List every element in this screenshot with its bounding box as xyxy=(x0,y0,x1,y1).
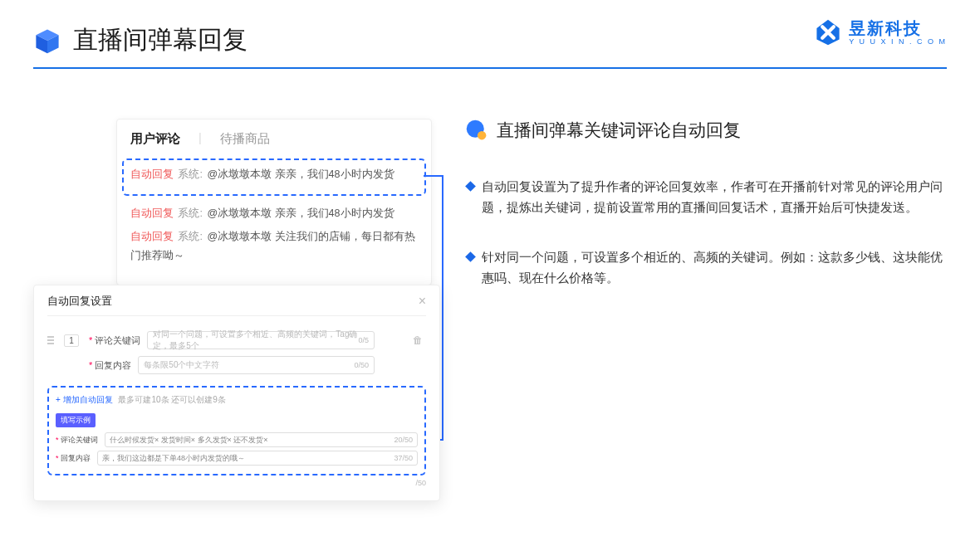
page-header: 直播间弹幕回复 昱新科技 Y U U X I N . C O M xyxy=(0,0,980,67)
bullet-1: 自动回复设置为了提升作者的评论回复效率，作者可在开播前针对常见的评论用户问题，提… xyxy=(465,177,947,219)
autoreply-settings-modal: 自动回复设置 × 1 评论关键词 对同一个问题，可设置多个相近、高频的关键词，T… xyxy=(33,285,440,501)
description-panel: 直播间弹幕关键词评论自动回复 自动回复设置为了提升作者的评论回复效率，作者可在开… xyxy=(465,119,947,318)
add-reply-link[interactable]: + 增加自动回复 最多可建10条 还可以创建9条 xyxy=(56,394,418,406)
page-title: 直播间弹幕回复 xyxy=(73,23,247,57)
tab-goods[interactable]: 待播商品 xyxy=(220,131,270,147)
logo-en: Y U U X I N . C O M xyxy=(849,38,947,46)
example-reply-row: 回复内容 亲，我们这边都是下单48小时内发货的哦～ 37/50 xyxy=(56,451,418,466)
right-heading: 直播间弹幕关键词评论自动回复 xyxy=(465,119,947,142)
reply-row: 回复内容 每条限50个中文字符 0/50 xyxy=(47,356,426,374)
bullet-list: 自动回复设置为了提升作者的评论回复效率，作者可在开播前针对常见的评论用户问题，提… xyxy=(465,177,947,290)
example-box: + 增加自动回复 最多可建10条 还可以创建9条 填写示例 评论关键词 什么时候… xyxy=(47,386,426,475)
svg-point-4 xyxy=(478,131,487,140)
example-keyword-input[interactable]: 什么时候发货× 发货时间× 多久发货× 还不发货× 20/50 xyxy=(105,432,418,447)
keyword-input[interactable]: 对同一个问题，可设置多个相近、高频的关键词，Tag确定，最多5个 0/5 xyxy=(147,331,375,349)
comments-card: 用户评论 | 待播商品 自动回复 系统: @冰墩墩本墩 亲亲，我们48小时内发货… xyxy=(116,119,432,285)
bullet-2: 针对同一个问题，可设置多个相近的、高频的关键词。例如：这款多少钱、这块能优惠吗、… xyxy=(465,247,947,290)
brand-logo: 昱新科技 Y U U X I N . C O M xyxy=(814,18,947,46)
tabs: 用户评论 | 待播商品 xyxy=(130,131,418,147)
index-badge: 1 xyxy=(64,334,79,347)
example-badge: 填写示例 xyxy=(56,413,96,427)
tab-user-comments[interactable]: 用户评论 xyxy=(130,131,180,147)
example-reply-input[interactable]: 亲，我们这边都是下单48小时内发货的哦～ 37/50 xyxy=(97,451,418,466)
keyword-label: 评论关键词 xyxy=(89,334,140,347)
screenshots-area: 用户评论 | 待播商品 自动回复 系统: @冰墩墩本墩 亲亲，我们48小时内发货… xyxy=(33,119,432,517)
logo-cn: 昱新科技 xyxy=(849,20,947,37)
cube-icon xyxy=(33,27,61,55)
footer-count: /50 xyxy=(47,479,426,487)
section-title: 直播间弹幕关键词评论自动回复 xyxy=(497,119,741,142)
drag-handle[interactable] xyxy=(47,336,54,344)
example-keyword-row: 评论关键词 什么时候发货× 发货时间× 多久发货× 还不发货× 20/50 xyxy=(56,432,418,447)
highlighted-comment: 自动回复 系统: @冰墩墩本墩 亲亲，我们48小时内发货 xyxy=(122,158,426,196)
tab-divider: | xyxy=(198,131,202,147)
comment-1: 自动回复 系统: @冰墩墩本墩 亲亲，我们48小时内发货 xyxy=(130,165,418,184)
modal-title: 自动回复设置 xyxy=(47,294,112,309)
reply-input[interactable]: 每条限50个中文字符 0/50 xyxy=(138,356,375,374)
comment-3: 自动回复 系统: @冰墩墩本墩 关注我们的店铺，每日都有热门推荐呦～ xyxy=(130,227,418,265)
comment-2: 自动回复 系统: @冰墩墩本墩 亲亲，我们48小时内发货 xyxy=(130,204,418,223)
logo-x-icon xyxy=(814,18,842,46)
close-icon[interactable]: × xyxy=(419,294,426,309)
reply-label: 回复内容 xyxy=(89,359,131,372)
trash-icon[interactable]: 🗑 xyxy=(413,334,426,346)
keyword-row: 1 评论关键词 对同一个问题，可设置多个相近、高频的关键词，Tag确定，最多5个… xyxy=(47,331,426,349)
chat-icon xyxy=(465,119,488,142)
modal-header: 自动回复设置 × xyxy=(47,294,426,316)
